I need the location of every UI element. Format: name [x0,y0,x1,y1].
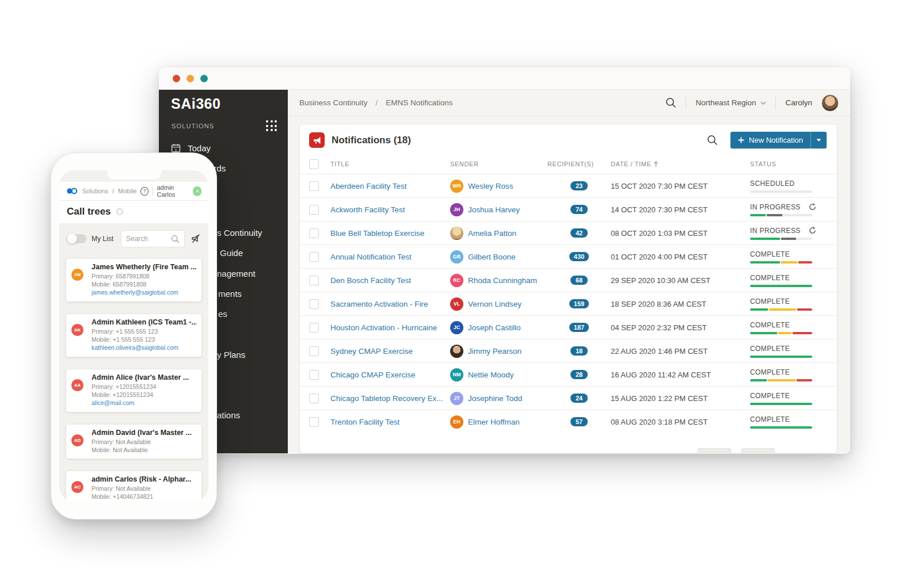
row-checkbox[interactable] [309,323,319,333]
contact-card[interactable]: JW James Whetherly (Fire Team ... Primar… [66,259,201,301]
phone-search-icon[interactable] [171,235,180,243]
status-progress-bar [750,238,812,240]
notification-title-link[interactable]: Houston Activation - Hurricaine [330,323,450,332]
row-checkbox[interactable] [309,417,319,427]
row-checkbox[interactable] [309,228,319,238]
panel-search-icon[interactable] [707,135,718,146]
notification-title-link[interactable]: Den Bosch Facility Test [330,276,450,285]
contact-email-link[interactable]: alice@mail.com [92,399,196,407]
table-row[interactable]: Sacramento Activation - Fire VL Vernon L… [300,292,837,315]
notification-title-link[interactable]: Sacramento Activation - Fire [330,300,450,308]
contact-card[interactable]: AC admin Carlos (Risk - Alphar... Primar… [66,471,201,502]
contact-card[interactable]: AD Admin David (Ivar's Master ... Primar… [66,425,201,459]
table-row[interactable]: Houston Activation - Hurricaine JC Josep… [300,315,837,339]
help-icon[interactable]: ? [140,187,148,196]
column-recipients[interactable]: RECIPIENT(S) [547,161,611,167]
sidebar-item[interactable]: nagement [217,269,256,278]
row-checkbox[interactable] [309,370,319,380]
phone-breadcrumb-solutions[interactable]: Solutions [82,188,108,194]
sidebar-item[interactable]: es [218,309,227,319]
row-checkbox[interactable] [309,252,319,262]
refresh-icon[interactable] [809,203,816,211]
column-status[interactable]: STATUS [750,161,837,167]
notification-title-link[interactable]: Annual Notification Test [330,253,450,261]
sender-name-link[interactable]: Nettie Moody [468,371,514,379]
sidebar-item[interactable]: Guide [220,248,243,258]
notification-title-link[interactable]: Blue Bell Tabletop Exercise [330,229,450,238]
status-progress-bar [750,308,812,311]
new-notification-dropdown[interactable] [810,132,827,148]
sidebar-item-label: es [218,309,227,319]
region-selector[interactable]: Northeast Region [695,98,766,107]
sender-name-link[interactable]: Wesley Ross [468,182,513,190]
column-sender[interactable]: SENDER [450,161,547,167]
contact-primary-phone: Primary: Not Available [92,484,196,492]
window-close-button[interactable] [173,75,180,82]
pagination-button-partial[interactable] [741,448,775,454]
window-zoom-button[interactable] [200,75,208,82]
table-row[interactable]: Aberdeen Facility Test WR Wesley Ross 23… [300,174,837,197]
table-row[interactable]: Chicago Tabletop Recovery Ex... JT Josep… [300,386,837,410]
sidebar-item[interactable]: ments [218,289,242,299]
table-row[interactable]: Annual Notification Test GB Gilbert Boon… [300,245,837,268]
sidebar-item[interactable]: y Plans [217,350,245,360]
sender-name-link[interactable]: Elmer Hoffman [468,418,520,426]
sender-name-link[interactable]: Rhoda Cunningham [468,276,537,285]
sender-name-link[interactable]: Amelia Patton [468,229,516,238]
table-row[interactable]: Den Bosch Facility Test RC Rhoda Cunning… [300,268,837,292]
sender-name-link[interactable]: Gilbert Boone [468,253,516,261]
table-row[interactable]: Trenton Facility Test EH Elmer Hoffman 5… [300,410,837,433]
sender-name-link[interactable]: Jimmy Pearson [468,347,522,356]
new-notification-label: New Notification [749,136,803,144]
window-minimize-button[interactable] [187,75,194,82]
sender-name-link[interactable]: Vernon Lindsey [468,300,522,308]
status-progress-bar [750,332,812,334]
contact-email-link[interactable]: carlos.souza@saiglobal.com [92,501,196,502]
table-row[interactable]: Blue Bell Tabletop Exercise Amelia Patto… [300,221,837,245]
row-checkbox[interactable] [309,346,319,356]
contact-card[interactable]: AA Admin Alice (Ivar's Master ... Primar… [66,369,201,412]
notification-title-link[interactable]: Trenton Facility Test [330,418,450,426]
notification-title-link[interactable]: Ackworth Facility Test [330,205,450,214]
row-checkbox[interactable] [309,394,319,403]
notification-title-link[interactable]: Sydney CMAP Exercise [330,347,450,356]
column-datetime[interactable]: DATE / TIME [611,161,750,167]
status-progress-bar [750,356,812,358]
search-icon[interactable] [665,97,676,108]
table-row[interactable]: Sydney CMAP Exercise Jimmy Pearson 18 22… [300,339,837,362]
notification-title-link[interactable]: Chicago CMAP Exercise [330,371,450,379]
sender-name-link[interactable]: Josephine Todd [468,394,522,403]
select-all-checkbox[interactable] [309,159,319,169]
user-avatar[interactable] [821,94,839,112]
contact-avatar: AK [71,324,83,336]
row-checkbox[interactable] [309,276,319,285]
new-notification-button[interactable]: New Notification [730,132,827,148]
sidebar-item[interactable]: ations [217,410,240,420]
contact-email-link[interactable]: james.whetherly@saiglobal.com [92,288,196,297]
table-row[interactable]: Ackworth Facility Test JH Joshua Harvey … [300,197,837,221]
notification-title-link[interactable]: Aberdeen Facility Test [330,182,450,190]
row-checkbox[interactable] [309,205,319,215]
column-title[interactable]: TITLE [330,161,450,167]
sidebar-item[interactable]: s Continuity [217,228,262,238]
phone-search-input[interactable] [126,235,168,243]
row-checkbox[interactable] [309,181,319,191]
sidebar-item[interactable]: 1 Today [171,143,211,153]
contact-email-link[interactable]: kathleen.oliveira@saiglobal.com [92,343,196,352]
contact-card[interactable]: AK Admin Kathleen (ICS Team1 -... Primar… [66,314,201,357]
refresh-icon[interactable] [809,227,816,234]
breadcrumb-business-continuity[interactable]: Business Continuity [299,98,368,107]
pagination-button-partial[interactable] [698,448,731,454]
row-checkbox[interactable] [309,299,319,309]
settings-ring-icon[interactable] [116,208,123,215]
sender-avatar: RC [450,274,463,287]
apps-grid-icon[interactable] [266,120,277,132]
notification-title-link[interactable]: Chicago Tabletop Recovery Ex... [330,394,450,403]
sender-avatar: JT [450,392,463,405]
mute-notifications-icon[interactable] [190,234,201,244]
sender-name-link[interactable]: Joshua Harvey [468,205,520,214]
my-list-toggle[interactable] [66,234,86,243]
phone-user-avatar[interactable]: A [193,186,201,196]
table-row[interactable]: Chicago CMAP Exercise NM Nettie Moody 28… [300,362,837,386]
sender-name-link[interactable]: Joseph Castillo [468,323,521,332]
